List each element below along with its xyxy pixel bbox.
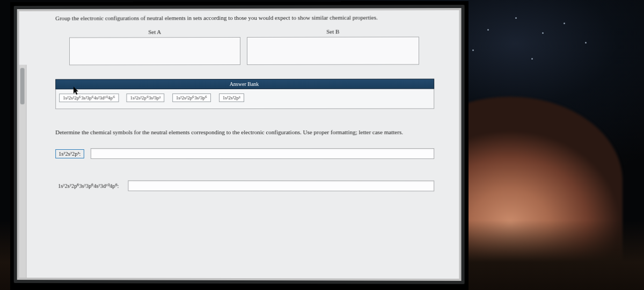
- drop-sets-area: Set A Set B: [55, 28, 434, 76]
- prompt-determine-symbols: Determine the chemical symbols for the n…: [55, 128, 434, 137]
- prompt-group-configurations: Group the electronic configurations of n…: [55, 13, 434, 22]
- chip-config-1[interactable]: 1s²2s²2p⁶3s²3p⁶4s²3d¹⁰4p⁶: [59, 93, 119, 102]
- element-input-2[interactable]: [128, 180, 434, 191]
- set-a-label: Set A: [69, 28, 240, 38]
- page-surface: Group the electronic configurations of n…: [19, 10, 459, 279]
- monitor: Group the electronic configurations of n…: [11, 2, 468, 290]
- config-label-1: 1s²2s²2p³:: [55, 149, 84, 158]
- set-b-dropzone[interactable]: [247, 37, 419, 65]
- cursor-icon: [74, 86, 80, 95]
- question-content: Group the electronic configurations of n…: [29, 10, 456, 279]
- scrollbar[interactable]: [19, 65, 27, 278]
- element-input-1[interactable]: [90, 148, 434, 159]
- set-a-dropzone[interactable]: [69, 37, 240, 65]
- answer-row-1: 1s²2s²2p³:: [55, 148, 434, 159]
- answer-row-2: 1s²2s²2p⁶3s²3p⁶4s²3d¹⁰4p⁶:: [55, 180, 434, 192]
- answer-bank: Answer Bank 1s²2s²2p⁶3s²3p⁶4s²3d¹⁰4p⁶ 1s…: [55, 78, 434, 109]
- set-b-label: Set B: [247, 28, 419, 37]
- chip-config-4[interactable]: 1s²2s²2p³: [219, 93, 244, 102]
- chip-config-3[interactable]: 1s²2s²2p⁶3s²3p⁶: [172, 93, 211, 102]
- night-sky: [451, 11, 612, 107]
- answer-bank-body: 1s²2s²2p⁶3s²3p⁶4s²3d¹⁰4p⁶ 1s²2s²2p⁶3s²3p…: [55, 89, 434, 109]
- answer-bank-header: Answer Bank: [55, 78, 434, 89]
- config-label-2: 1s²2s²2p⁶3s²3p⁶4s²3d¹⁰4p⁶:: [55, 182, 121, 190]
- chip-config-2[interactable]: 1s²2s²2p⁶3s²3p³: [127, 93, 165, 102]
- monitor-bezel: Group the electronic configurations of n…: [14, 5, 465, 284]
